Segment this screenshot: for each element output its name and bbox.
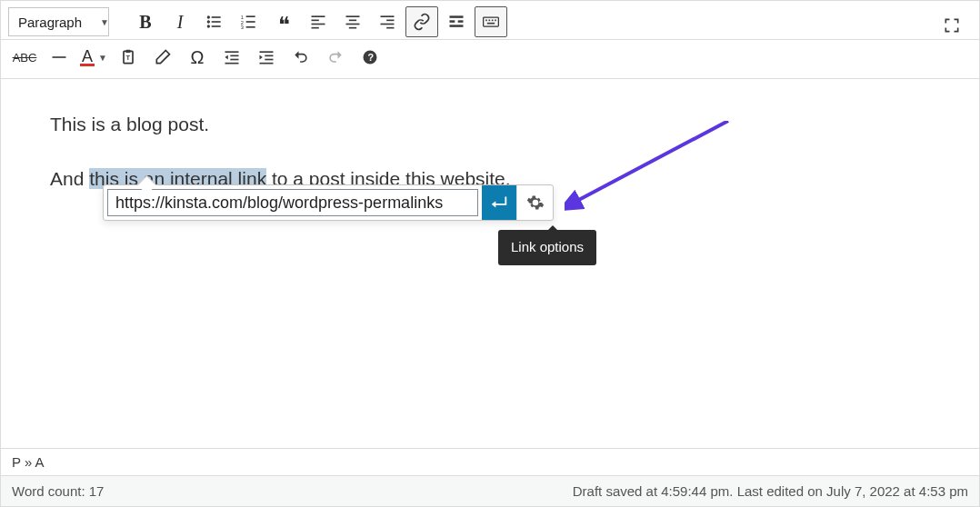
svg-rect-41 [225,63,239,65]
read-more-icon [447,13,465,31]
align-right-icon [378,13,396,31]
redo-button[interactable] [319,42,352,73]
word-count: Word count: 17 [12,483,104,499]
format-select-wrap[interactable]: Paragraph [8,7,118,36]
fullscreen-button[interactable] [935,10,968,41]
toolbar-row-2: ABC A ▼ T Ω ? [1,40,979,79]
svg-point-2 [207,20,210,23]
svg-rect-12 [312,15,325,17]
svg-rect-32 [495,20,496,22]
link-options-tooltip: Link options [498,230,596,265]
svg-rect-20 [381,15,395,17]
numbered-list-button[interactable]: 123 [233,6,265,37]
svg-rect-29 [485,20,487,22]
svg-rect-15 [312,27,319,29]
svg-rect-25 [450,20,455,23]
svg-rect-21 [386,20,394,22]
svg-rect-42 [260,51,274,53]
outdent-icon [223,48,241,66]
element-path[interactable]: P » A [1,449,979,476]
align-left-button[interactable] [302,6,335,37]
format-select[interactable]: Paragraph [8,7,109,36]
svg-rect-30 [489,20,491,22]
italic-button[interactable]: I [164,6,196,37]
redo-icon [326,48,345,66]
outdent-button[interactable] [215,42,248,73]
svg-point-4 [207,25,210,27]
link-icon [413,13,431,31]
editor-content[interactable]: This is a blog post. And this is an inte… [1,79,979,448]
svg-rect-16 [346,15,360,17]
svg-rect-7 [246,15,255,17]
svg-rect-40 [230,59,238,61]
svg-rect-3 [212,21,221,23]
text-before: And [50,168,89,189]
align-left-icon [309,13,327,31]
link-apply-button[interactable] [482,185,516,220]
svg-rect-9 [246,21,255,23]
svg-rect-23 [386,27,394,29]
toolbar-toggle-button[interactable] [475,6,507,37]
svg-rect-24 [450,15,464,18]
fullscreen-icon [943,16,961,35]
align-right-button[interactable] [371,6,404,37]
svg-rect-39 [230,55,238,57]
toolbar-row-1: Paragraph B I 123 ❝ [1,1,979,40]
editor-footer: P » A Word count: 17 Draft saved at 4:59… [1,448,979,506]
content-line-1: This is a blog post. [50,110,930,139]
svg-rect-43 [265,55,273,57]
svg-rect-31 [492,20,494,22]
svg-rect-28 [484,17,499,26]
bullet-list-button[interactable] [198,6,231,37]
chevron-down-icon: ▼ [98,53,107,63]
keyboard-icon [482,13,500,31]
paste-text-button[interactable]: T [112,42,145,73]
svg-rect-38 [225,51,239,53]
hr-icon [50,48,68,66]
help-button[interactable]: ? [354,42,386,73]
strikethrough-button[interactable]: ABC [8,42,41,73]
svg-rect-13 [312,20,319,22]
numbered-list-icon: 123 [240,13,258,31]
svg-text:?: ? [368,52,375,63]
svg-rect-34 [53,56,66,58]
special-character-button[interactable]: Ω [181,42,214,73]
text-color-icon: A [80,49,95,66]
align-center-icon [344,13,362,31]
insert-link-button[interactable] [405,6,438,37]
svg-rect-5 [212,25,221,27]
svg-rect-22 [381,24,395,25]
clear-formatting-button[interactable] [146,42,179,73]
gear-icon [526,194,545,212]
read-more-button[interactable] [440,6,473,37]
svg-text:T: T [126,54,131,62]
svg-rect-14 [312,24,325,25]
clipboard-icon: T [119,48,137,66]
eraser-icon [154,48,172,66]
enter-icon [489,193,509,213]
help-icon: ? [361,48,379,66]
svg-point-0 [207,15,210,18]
svg-rect-18 [346,24,360,25]
bold-button[interactable]: B [129,6,162,37]
horizontal-rule-button[interactable] [43,42,75,73]
bullet-list-icon [205,13,224,31]
undo-icon [292,48,310,66]
svg-rect-17 [349,20,356,22]
svg-rect-44 [265,59,273,61]
text-color-button[interactable]: A ▼ [77,42,110,73]
align-center-button[interactable] [336,6,369,37]
svg-rect-26 [458,20,464,23]
undo-button[interactable] [285,42,317,73]
link-options-button[interactable] [516,185,553,220]
indent-icon [257,48,275,66]
editor-container: Paragraph B I 123 ❝ [0,0,980,507]
blockquote-button[interactable]: ❝ [267,6,300,37]
indent-button[interactable] [250,42,283,73]
svg-rect-27 [450,25,464,27]
link-popup [103,184,554,221]
link-url-input[interactable] [107,189,478,216]
svg-rect-11 [246,26,255,28]
status-bar: Word count: 17 Draft saved at 4:59:44 pm… [1,476,979,506]
svg-rect-45 [260,63,274,65]
